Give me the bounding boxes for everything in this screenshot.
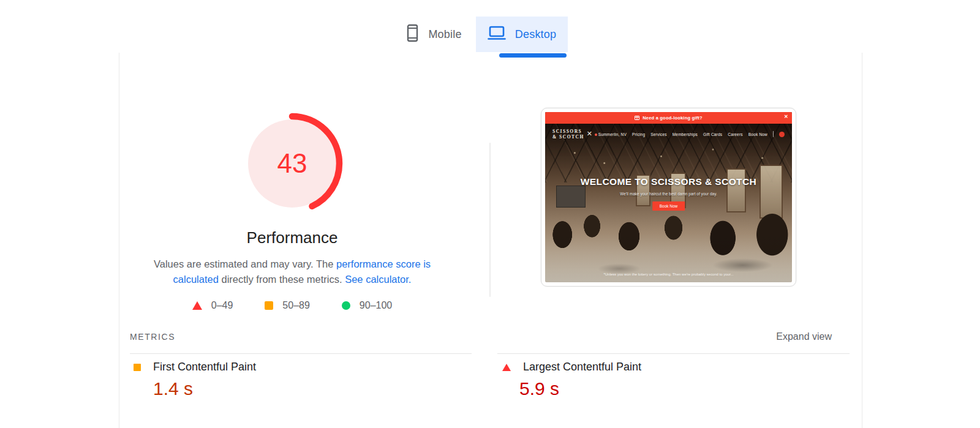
- expand-view-link[interactable]: Expand view: [776, 331, 832, 342]
- legend-item-fail: 0–49: [192, 300, 233, 311]
- metrics-divider-right: [497, 353, 850, 354]
- page-screenshot-thumbnail: Need a good-looking gift? ✕ SCISSORS & S…: [541, 108, 796, 287]
- performance-title: Performance: [121, 228, 464, 247]
- nav-item: Careers: [728, 132, 743, 137]
- nav-separator: [773, 131, 774, 137]
- site-logo-text: SCISSORS & SCOTCH: [552, 129, 584, 140]
- fcp-average-square-icon: [134, 364, 141, 371]
- legend-range-fail: 0–49: [211, 300, 233, 311]
- nav-location: Summerlin, NV: [595, 132, 627, 137]
- legend-range-pass: 90–100: [360, 300, 392, 311]
- banner-text: Need a good-looking gift?: [643, 115, 703, 121]
- card-left-border: [119, 53, 119, 428]
- cart-bag-icon: [779, 132, 785, 137]
- tab-active-underline: [499, 53, 567, 58]
- metric-largest-contentful-paint: Largest Contentful Paint 5.9 s: [502, 361, 641, 399]
- fcp-name: First Contentful Paint: [153, 361, 256, 374]
- performance-description: Values are estimated and may vary. The p…: [133, 257, 451, 287]
- logo-emblem-icon: ✕: [587, 130, 594, 138]
- tab-desktop-label: Desktop: [515, 28, 556, 41]
- metrics-section-title: METRICS: [130, 332, 175, 342]
- mobile-phone-icon: [406, 24, 419, 45]
- lcp-value: 5.9 s: [519, 378, 641, 399]
- site-fine-print: *Unless you won the lottery or something…: [545, 272, 792, 276]
- nav-item: Book Now: [748, 132, 767, 137]
- pass-circle-icon: [342, 301, 350, 310]
- fail-triangle-icon: [192, 301, 202, 310]
- description-text-2: directly from these metrics.: [219, 274, 345, 285]
- tab-mobile[interactable]: Mobile: [392, 17, 476, 52]
- lcp-name: Largest Contentful Paint: [523, 361, 641, 374]
- site-promo-banner: Need a good-looking gift? ✕: [545, 112, 792, 124]
- pagespeed-report: Mobile Desktop 43 Performance Values are…: [0, 0, 980, 428]
- site-book-now-button: Book Now: [652, 201, 685, 211]
- site-logo: SCISSORS & SCOTCH ✕: [552, 129, 594, 140]
- desktop-laptop-icon: [488, 25, 506, 43]
- tab-mobile-label: Mobile: [428, 28, 461, 41]
- banner-close-icon: ✕: [784, 114, 788, 119]
- metrics-divider-left: [130, 353, 472, 354]
- fcp-value: 1.4 s: [153, 378, 256, 399]
- average-square-icon: [265, 301, 273, 310]
- nav-item: Services: [650, 132, 667, 137]
- gift-icon: [635, 116, 639, 120]
- site-screenshot: Need a good-looking gift? ✕ SCISSORS & S…: [545, 112, 792, 282]
- description-text-1: Values are estimated and may vary. The: [154, 258, 336, 269]
- nav-item: Gift Cards: [703, 132, 722, 137]
- score-legend: 0–49 50–89 90–100: [121, 300, 464, 311]
- tab-desktop[interactable]: Desktop: [476, 17, 568, 52]
- site-hero-subtitle: We'll make your haircut the best damn pa…: [545, 192, 792, 196]
- nav-item: Memberships: [673, 132, 698, 137]
- metric-first-contentful-paint: First Contentful Paint 1.4 s: [134, 361, 256, 399]
- site-hero-title: WELCOME TO SCISSORS & SCOTCH: [545, 176, 792, 187]
- card-right-border: [862, 53, 862, 428]
- site-nav-links: Summerlin, NV Pricing Services Membershi…: [595, 131, 785, 137]
- performance-gauge: 43: [240, 111, 344, 216]
- see-calculator-link[interactable]: See calculator.: [345, 274, 411, 285]
- pin-icon: [595, 133, 597, 136]
- nav-item: Pricing: [632, 132, 645, 137]
- legend-item-average: 50–89: [265, 300, 310, 311]
- performance-score: 43: [240, 111, 344, 216]
- site-navbar: SCISSORS & SCOTCH ✕ Summerlin, NV Pricin…: [545, 124, 792, 145]
- lcp-fail-triangle-icon: [502, 364, 511, 371]
- legend-range-average: 50–89: [282, 300, 310, 311]
- column-divider: [489, 143, 491, 297]
- legend-item-pass: 90–100: [342, 300, 392, 311]
